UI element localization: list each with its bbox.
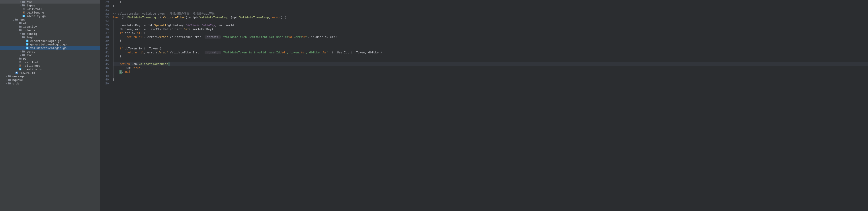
tree-item[interactable]: Gidentity.go: [0, 67, 100, 71]
line-number: 34: [100, 20, 109, 24]
code-token: ValidateTokenResp: [239, 16, 269, 19]
tree-item-label: README.md: [20, 71, 35, 74]
tree-item[interactable]: ›pb: [0, 57, 100, 60]
chevron-right-icon[interactable]: ›: [20, 54, 22, 56]
tree-item[interactable]: .gitignore: [0, 64, 100, 67]
code-token: pb: [194, 16, 198, 19]
code-line[interactable]: userTokenKey := fmt.Sprintf(globalkey.Ca…: [113, 23, 868, 27]
line-number: 33: [100, 16, 109, 20]
code-area[interactable]: }}// ValidateToken validateToken ，只很对用户服…: [111, 0, 868, 211]
chevron-right-icon[interactable]: ›: [20, 4, 22, 7]
toml-icon: [19, 60, 22, 64]
svg-rect-15: [20, 62, 21, 62]
tree-item[interactable]: ›svc: [0, 53, 100, 57]
code-line[interactable]: }: [113, 54, 868, 58]
folder-icon: [22, 53, 26, 57]
chevron-right-icon[interactable]: ›: [5, 79, 7, 81]
tree-item[interactable]: ›etc: [0, 21, 100, 25]
chevron-right-icon[interactable]: ›: [20, 33, 22, 35]
tree-item[interactable]: ›order: [0, 82, 100, 85]
line-number: 43: [100, 54, 109, 58]
chevron-right-icon[interactable]: ›: [16, 57, 18, 60]
code-token: "ValidateToken RedisClient Get userId:: [222, 35, 288, 38]
code-line[interactable]: [113, 82, 868, 86]
chevron-right-icon[interactable]: ›: [16, 26, 18, 28]
code-line[interactable]: dbToken, err := l.svcCtx.RedisClient.Get…: [113, 27, 868, 31]
tree-item[interactable]: ›message: [0, 74, 100, 78]
code-line[interactable]: [113, 8, 868, 12]
code-token: ,: [140, 66, 142, 69]
code-line[interactable]: }: [113, 4, 868, 8]
folder-icon: [8, 78, 11, 82]
code-line[interactable]: [113, 74, 868, 78]
code-token: CacheUserTokenKey: [186, 24, 215, 27]
tree-item[interactable]: README.md: [0, 71, 100, 74]
code-token: {: [144, 31, 146, 35]
line-number: 44: [100, 58, 109, 62]
tree-item[interactable]: ⌄logic: [0, 35, 100, 39]
tree-item[interactable]: Gvalidatetokenlogic.go: [0, 46, 100, 50]
tree-item[interactable]: Gidentity.go: [0, 14, 100, 18]
line-number: 38: [100, 35, 109, 39]
code-line[interactable]: func (l *ValidateTokenLogic) ValidateTok…: [113, 16, 868, 20]
code-line[interactable]: // ValidateToken validateToken ，只很对用户服务、…: [113, 12, 868, 16]
tree-item[interactable]: Gcleartokenlogic.go: [0, 39, 100, 42]
code-token: ValidateTokenReq: [199, 16, 227, 19]
code-line[interactable]: [113, 20, 868, 24]
code-line[interactable]: [113, 58, 868, 62]
code-line[interactable]: if dbToken != in.Token {: [113, 47, 868, 51]
folder-icon: [22, 50, 26, 53]
folder-icon: [19, 25, 22, 28]
line-number: 45: [100, 62, 109, 66]
tree-item-label: generatetokenlogic.go: [30, 43, 66, 46]
code-line[interactable]: }, nil: [113, 70, 868, 74]
line-number: 29: [100, 0, 109, 4]
tree-item[interactable]: ›config: [0, 32, 100, 35]
code-editor[interactable]: 2930313233343536373839404142434445464748…: [100, 0, 868, 211]
code-token: if: [120, 47, 125, 50]
code-line[interactable]: 💡 return &pb.ValidateTokenResp{: [113, 62, 868, 66]
code-token: , errors.: [144, 51, 159, 54]
toml-icon: [22, 7, 26, 11]
chevron-right-icon[interactable]: ›: [20, 50, 22, 53]
tree-item[interactable]: Ggeneratetokenlogic.go: [0, 42, 100, 46]
code-token: if: [120, 31, 125, 35]
tree-item[interactable]: ›identity: [0, 25, 100, 28]
svg-rect-2: [23, 9, 24, 9]
code-line[interactable]: [113, 43, 868, 47]
code-token: }: [113, 78, 114, 81]
chevron-right-icon[interactable]: ›: [5, 82, 7, 85]
folder-icon: [22, 0, 26, 4]
chevron-right-icon[interactable]: ›: [5, 75, 7, 78]
code-line[interactable]: return nil, errors.Wrapf(ValidateTokenEr…: [113, 35, 868, 39]
tree-item-label: rpc: [20, 18, 25, 21]
code-line[interactable]: }: [113, 39, 868, 43]
chevron-right-icon[interactable]: ›: [16, 22, 18, 24]
code-token: nil: [125, 70, 130, 73]
tree-item[interactable]: ⌄internal: [0, 28, 100, 32]
code-line[interactable]: Ok: true,: [113, 66, 868, 70]
code-line[interactable]: if err != nil {: [113, 31, 868, 35]
code-line[interactable]: }: [113, 78, 868, 82]
code-line[interactable]: }: [113, 0, 868, 4]
tree-item[interactable]: ›server: [0, 50, 100, 53]
tree-item[interactable]: .air.toml: [0, 7, 100, 11]
tree-item[interactable]: ›svc: [0, 0, 100, 4]
tree-item[interactable]: .air.toml: [0, 60, 100, 64]
tree-item-label: order: [12, 82, 21, 85]
folder-icon: [19, 21, 22, 25]
code-token: validateToken: [142, 12, 166, 15]
tree-item[interactable]: ⌄rpc: [0, 18, 100, 21]
code-token: }: [113, 39, 121, 42]
tree-item[interactable]: ›mqueue: [0, 78, 100, 82]
code-token: "ValidateToken is invalid userId:: [222, 51, 281, 54]
chevron-down-icon[interactable]: ⌄: [16, 29, 18, 31]
tree-item[interactable]: ›types: [0, 4, 100, 7]
tree-item[interactable]: .gitignore: [0, 11, 100, 14]
chevron-right-icon[interactable]: ›: [20, 1, 22, 3]
code-line[interactable]: return nil, errors.Wrapf(ValidateTokenEr…: [113, 51, 868, 55]
code-token: pb: [234, 16, 238, 19]
chevron-down-icon[interactable]: ⌄: [12, 19, 14, 21]
project-tree[interactable]: ›svc›types.air.toml.gitignoreGidentity.g…: [0, 0, 100, 211]
chevron-down-icon[interactable]: ⌄: [20, 36, 22, 38]
